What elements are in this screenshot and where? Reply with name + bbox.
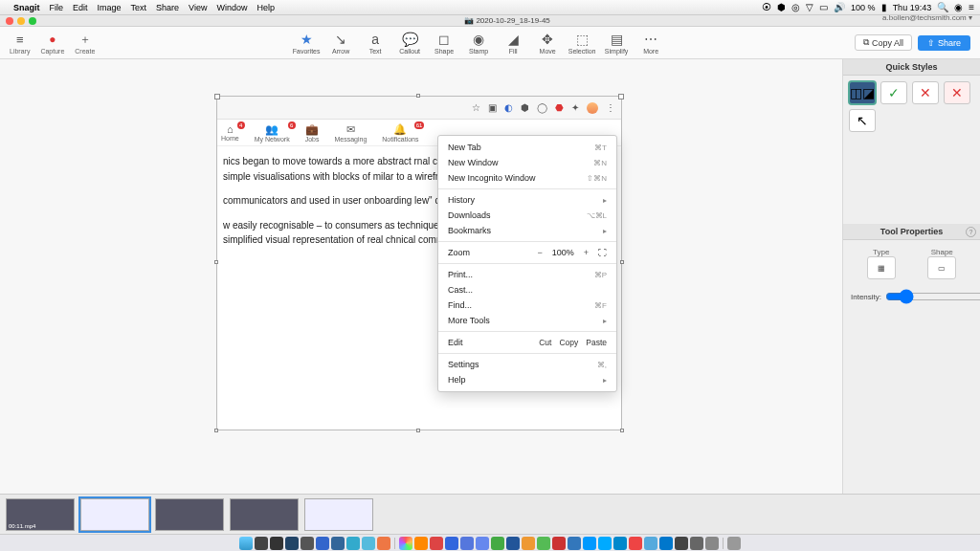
menu-cast[interactable]: Cast... bbox=[438, 282, 616, 298]
bookmark-icon[interactable]: ☆ bbox=[472, 102, 480, 113]
tray-thumb[interactable] bbox=[230, 498, 299, 531]
dock-app[interactable] bbox=[346, 537, 360, 550]
dock-app[interactable] bbox=[285, 537, 299, 550]
dock-app[interactable] bbox=[445, 537, 458, 550]
zoom-in-button[interactable]: + bbox=[584, 248, 589, 257]
dock-app[interactable] bbox=[255, 537, 268, 550]
menu-image[interactable]: Image bbox=[98, 3, 122, 12]
app-menu[interactable]: Snagit bbox=[13, 3, 40, 12]
dock-app[interactable] bbox=[491, 537, 504, 550]
dock-trash[interactable] bbox=[727, 537, 741, 550]
canvas-area[interactable]: ☆ ▣ ◐ ⬢ ◯ ⬣ ✦ ⋮ ⌂4Home 👥6My Network 💼Job… bbox=[0, 59, 842, 494]
cut-button[interactable]: Cut bbox=[539, 338, 551, 347]
extension-icon[interactable]: ◯ bbox=[537, 102, 547, 113]
copy-all-button[interactable]: ⧉Copy All bbox=[855, 34, 912, 51]
dock-app[interactable] bbox=[659, 537, 673, 550]
shape-selector[interactable]: ▭ bbox=[927, 256, 956, 279]
tray-thumb[interactable]: 00:11.mp4 bbox=[6, 498, 75, 531]
menu-find[interactable]: Find...⌘F bbox=[438, 298, 616, 313]
close-window[interactable] bbox=[6, 17, 13, 25]
dock-app[interactable] bbox=[522, 537, 535, 550]
nav-network[interactable]: 👥6My Network bbox=[255, 123, 290, 143]
extension-icon[interactable]: ⬣ bbox=[555, 102, 564, 113]
dock-app[interactable] bbox=[644, 537, 657, 550]
tool-stamp[interactable]: ◉Stamp bbox=[463, 31, 494, 55]
tool-more[interactable]: ⋯More bbox=[635, 31, 666, 55]
account-label[interactable]: a.bollen@techsmith.com ▾ bbox=[882, 13, 972, 22]
dock-app[interactable] bbox=[460, 537, 474, 550]
menu-bookmarks[interactable]: Bookmarks▸ bbox=[438, 223, 616, 238]
menu-help[interactable]: Help▸ bbox=[438, 372, 616, 387]
menu-new-incognito[interactable]: New Incognito Window⇧⌘N bbox=[438, 170, 616, 186]
tray-thumb[interactable] bbox=[80, 498, 149, 531]
dock-app[interactable] bbox=[301, 537, 314, 550]
chrome-menu-icon[interactable]: ⋮ bbox=[606, 102, 615, 113]
menu-new-tab[interactable]: New Tab⌘T bbox=[438, 140, 616, 155]
menu-file[interactable]: File bbox=[50, 3, 64, 12]
menu-more-tools[interactable]: More Tools▸ bbox=[438, 313, 616, 328]
zoom-out-button[interactable]: − bbox=[537, 248, 542, 257]
menu-print[interactable]: Print...⌘P bbox=[438, 267, 616, 282]
type-selector[interactable]: ▦ bbox=[867, 256, 896, 279]
menu-new-window[interactable]: New Window⌘N bbox=[438, 155, 616, 170]
dock-app[interactable] bbox=[331, 537, 345, 550]
paste-button[interactable]: Paste bbox=[586, 338, 607, 347]
menu-text[interactable]: Text bbox=[131, 3, 147, 12]
dock-app[interactable] bbox=[430, 537, 443, 550]
dock-app[interactable] bbox=[675, 537, 688, 550]
dock-app[interactable] bbox=[414, 537, 428, 550]
tool-callout[interactable]: 💬Callout bbox=[394, 31, 425, 55]
tray-thumb[interactable] bbox=[155, 498, 224, 531]
dock-app[interactable] bbox=[552, 537, 566, 550]
minimize-window[interactable] bbox=[17, 17, 25, 25]
avatar[interactable] bbox=[587, 102, 598, 114]
tool-arrow[interactable]: ↘Arrow bbox=[325, 31, 356, 55]
dock-app[interactable] bbox=[629, 537, 642, 550]
dock-app[interactable] bbox=[705, 537, 719, 550]
dock-app[interactable] bbox=[690, 537, 703, 550]
copy-button[interactable]: Copy bbox=[559, 338, 578, 347]
nav-home[interactable]: ⌂4Home bbox=[221, 123, 239, 142]
dock-app[interactable] bbox=[537, 537, 550, 550]
tool-selection[interactable]: ⬚Selection bbox=[567, 31, 597, 55]
zoom-window[interactable] bbox=[29, 17, 36, 25]
nav-jobs[interactable]: 💼Jobs bbox=[305, 123, 320, 143]
capture-canvas[interactable]: ☆ ▣ ◐ ⬢ ◯ ⬣ ✦ ⋮ ⌂4Home 👥6My Network 💼Job… bbox=[216, 96, 622, 430]
menu-settings[interactable]: Settings⌘, bbox=[438, 357, 616, 372]
intensity-slider[interactable] bbox=[885, 289, 980, 304]
tool-simplify[interactable]: ▤Simplify bbox=[601, 31, 632, 55]
dock-finder[interactable] bbox=[239, 537, 253, 550]
menu-icon[interactable]: ≡ bbox=[11, 31, 29, 48]
dock-app[interactable] bbox=[476, 537, 489, 550]
search-icon[interactable]: 🔍 bbox=[937, 2, 948, 12]
dock-app[interactable] bbox=[362, 537, 375, 550]
extension-icon[interactable]: ◐ bbox=[504, 102, 513, 113]
style-cursor[interactable]: ↖ bbox=[849, 109, 876, 132]
tool-favorites[interactable]: ★Favorites bbox=[291, 31, 322, 55]
tool-move[interactable]: ✥Move bbox=[532, 31, 563, 55]
style-swatch-dark[interactable]: ◫◪ bbox=[849, 81, 876, 104]
extension-icon[interactable]: ⬢ bbox=[521, 102, 529, 113]
extensions-icon[interactable]: ✦ bbox=[571, 102, 579, 113]
nav-messaging[interactable]: ✉Messaging bbox=[334, 123, 367, 143]
tray-thumb[interactable] bbox=[304, 498, 373, 531]
dock-app[interactable] bbox=[568, 537, 581, 550]
share-button[interactable]: ⇧Share bbox=[918, 35, 970, 51]
notifications-icon[interactable]: ≡ bbox=[969, 2, 974, 12]
help-icon[interactable]: ? bbox=[966, 227, 976, 237]
dock-app[interactable] bbox=[270, 537, 283, 550]
menu-downloads[interactable]: Downloads⌥⌘L bbox=[438, 208, 616, 223]
dock-app[interactable] bbox=[377, 537, 390, 550]
tool-shape[interactable]: ◻Shape bbox=[429, 31, 459, 55]
style-x-red-fill[interactable]: ✕ bbox=[944, 81, 970, 104]
dock-app[interactable] bbox=[613, 537, 627, 550]
menu-edit[interactable]: Edit bbox=[73, 3, 88, 12]
new-icon[interactable]: ＋ bbox=[77, 31, 94, 48]
extension-icon[interactable]: ▣ bbox=[488, 102, 497, 113]
tool-fill[interactable]: ◢Fill bbox=[498, 31, 528, 55]
menu-window[interactable]: Window bbox=[216, 3, 247, 12]
menu-view[interactable]: View bbox=[189, 3, 207, 12]
dock-app[interactable] bbox=[583, 537, 596, 550]
record-icon[interactable]: ● bbox=[44, 31, 61, 48]
control-center-icon[interactable]: ◉ bbox=[954, 2, 963, 12]
